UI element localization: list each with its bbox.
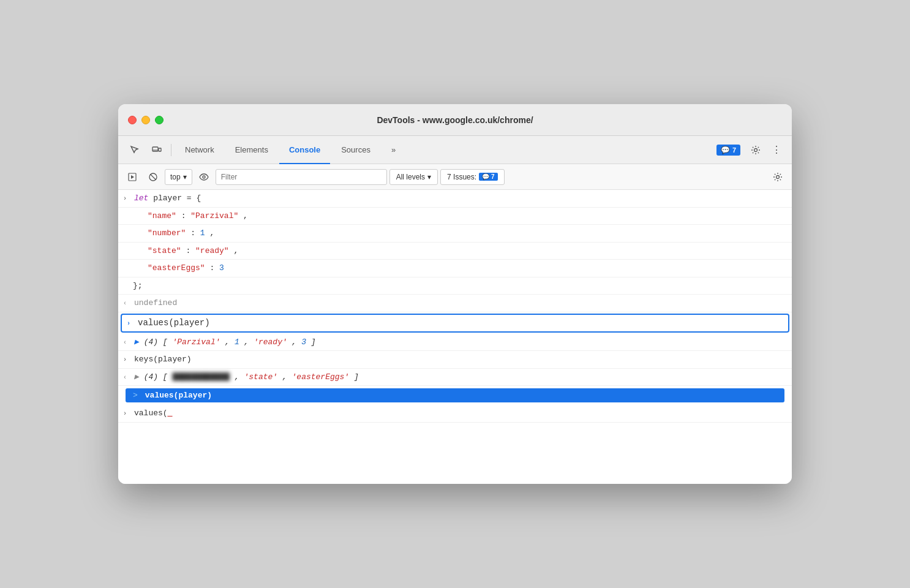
chevron-down-icon: ▾ xyxy=(183,173,187,181)
autocomplete-text: values(player) xyxy=(145,391,212,400)
console-settings-button[interactable] xyxy=(769,168,787,186)
block-requests-button[interactable] xyxy=(144,168,162,186)
inspect-icon[interactable] xyxy=(124,140,145,160)
console-entry-number: "number" : 1 , xyxy=(118,225,792,243)
issues-badge[interactable]: 💬 7 xyxy=(716,145,740,156)
tab-more[interactable]: » xyxy=(382,136,405,164)
maximize-button[interactable] xyxy=(155,116,164,124)
autocomplete-suggestion[interactable]: > values(player) xyxy=(126,388,784,402)
result-arrow: ‹ xyxy=(123,299,130,308)
svg-line-7 xyxy=(151,174,156,179)
cursor-char: _ xyxy=(168,409,173,418)
console-input-line: › values(_ xyxy=(118,405,792,423)
console-entry-state: "state" : "ready" , xyxy=(118,243,792,260)
blurred-content: ████████████ xyxy=(172,372,230,382)
close-button[interactable] xyxy=(128,116,137,124)
result-arrow: ‹ xyxy=(123,373,130,382)
chat-icon: 💬 xyxy=(721,146,730,154)
svg-point-8 xyxy=(203,176,205,178)
eye-button[interactable] xyxy=(195,168,213,186)
chevron-down-icon: ▾ xyxy=(427,173,431,181)
svg-marker-5 xyxy=(131,175,134,179)
tab-network[interactable]: Network xyxy=(175,136,224,164)
log-levels-button[interactable]: All levels ▾ xyxy=(389,169,438,185)
title-bar: DevTools - www.google.co.uk/chrome/ xyxy=(118,104,792,136)
expand-array-keys-button[interactable]: ▶ xyxy=(134,372,139,382)
console-entry-keys-result: ‹ ▶ (4) [ ████████████ , 'state' , 'east… xyxy=(118,369,792,386)
console-entry-undefined: ‹ undefined xyxy=(118,295,792,312)
settings-button[interactable] xyxy=(745,140,766,160)
console-entry-values-player[interactable]: › values(player) xyxy=(121,314,789,333)
window-title: DevTools - www.google.co.uk/chrome/ xyxy=(377,115,533,125)
devtools-window: DevTools - www.google.co.uk/chrome/ Netw… xyxy=(118,104,792,484)
expand-arrow[interactable]: › xyxy=(123,194,130,203)
console-entry-closing: }; xyxy=(118,277,792,295)
context-selector[interactable]: top ▾ xyxy=(165,169,192,185)
issues-button[interactable]: 7 Issues: 💬 7 xyxy=(440,169,505,185)
tab-bar: Network Elements Console Sources » 💬 7 ⋮ xyxy=(118,136,792,164)
traffic-lights xyxy=(128,116,164,124)
run-script-button[interactable] xyxy=(123,168,141,186)
filter-input[interactable] xyxy=(216,169,387,185)
console-entry-name: "name" : "Parzival" , xyxy=(118,208,792,225)
console-entry-let: › let player = { xyxy=(118,190,792,208)
chat-icon-small: 💬 xyxy=(482,173,489,180)
autocomplete-prompt: > xyxy=(133,391,138,400)
result-arrow: ‹ xyxy=(123,338,130,347)
svg-point-3 xyxy=(754,148,758,151)
svg-point-9 xyxy=(777,175,780,178)
autocomplete-container: > values(player) xyxy=(118,386,792,405)
expand-arrow-keys[interactable]: › xyxy=(123,355,130,364)
tab-sources[interactable]: Sources xyxy=(331,136,380,164)
keyword-let: let xyxy=(134,194,153,203)
tab-console[interactable]: Console xyxy=(279,136,330,164)
expand-array-button[interactable]: ▶ xyxy=(134,337,139,347)
console-entry-eastereggs: "easterEggs" : 3 xyxy=(118,260,792,277)
more-options-button[interactable]: ⋮ xyxy=(767,140,786,160)
svg-rect-0 xyxy=(152,147,158,151)
device-toggle-icon[interactable] xyxy=(146,140,167,160)
svg-rect-1 xyxy=(159,148,161,151)
tab-elements[interactable]: Elements xyxy=(225,136,278,164)
input-arrow: › xyxy=(123,409,130,418)
issues-count-badge: 💬 7 xyxy=(479,173,498,181)
console-content: › let player = { "name" : "Parzival" , "… xyxy=(118,190,792,484)
expand-arrow-highlighted[interactable]: › xyxy=(127,319,134,328)
minimize-button[interactable] xyxy=(141,116,150,124)
console-entry-values-result: ‹ ▶ (4) [ 'Parzival' , 1 , 'ready' , 3 ] xyxy=(118,334,792,352)
console-entry-keys: › keys(player) xyxy=(118,351,792,369)
console-toolbar: top ▾ All levels ▾ 7 Issues: 💬 7 xyxy=(118,164,792,190)
